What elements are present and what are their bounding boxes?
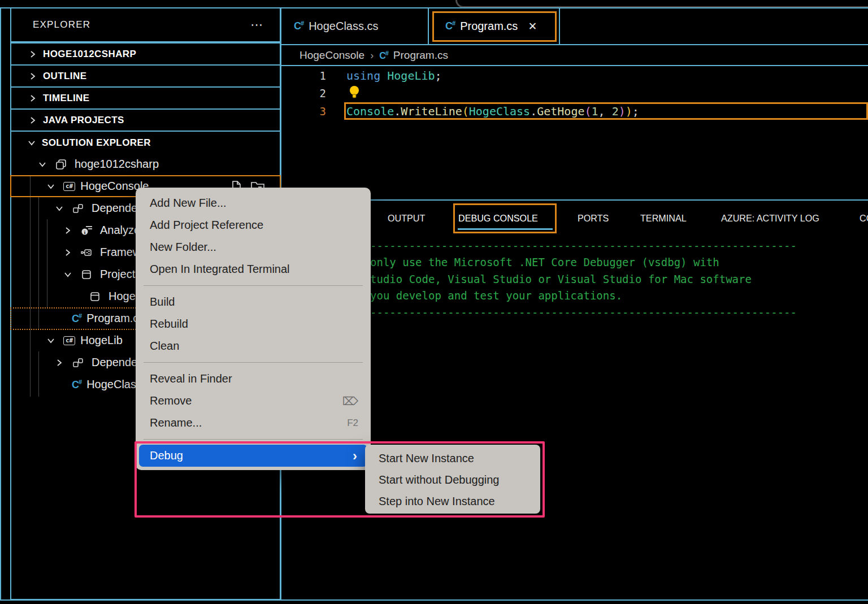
menu-item-reveal-in-finder[interactable]: Reveal in Finder bbox=[136, 368, 371, 390]
menu-item-add-new-file-[interactable]: Add New File... bbox=[136, 192, 371, 214]
menu-item-label: Clean bbox=[150, 340, 179, 353]
sidebar-section-timeline[interactable]: TIMELINE bbox=[10, 86, 281, 110]
tree-item-label: hoge1012csharp bbox=[75, 158, 159, 171]
breadcrumb-separator-icon: › bbox=[370, 50, 374, 62]
tab-hogeclass[interactable]: C# HogeClass.cs bbox=[294, 7, 379, 45]
explorer-title: EXPLORER bbox=[33, 19, 90, 31]
breadcrumb-project[interactable]: HogeConsole bbox=[300, 49, 364, 62]
chevron-right-icon[interactable] bbox=[55, 358, 64, 367]
panel-tab-co[interactable]: CO bbox=[860, 213, 868, 224]
explorer-header: EXPLORER ⋯ bbox=[10, 7, 281, 42]
menu-item-remove[interactable]: Remove⌦ bbox=[136, 390, 371, 412]
menu-item-label: Add New File... bbox=[150, 197, 227, 210]
chevron-down-icon[interactable] bbox=[63, 270, 72, 279]
console-divider-line: ----------------------------------------… bbox=[370, 306, 797, 319]
active-tab-highlight bbox=[432, 11, 557, 42]
floating-panel-edge bbox=[455, 0, 868, 8]
menu-shortcut: F2 bbox=[347, 418, 358, 429]
csharp-project-icon: c# bbox=[63, 336, 75, 345]
panel-tab-terminal[interactable]: TERMINAL bbox=[640, 213, 687, 224]
line-number: 3 bbox=[281, 105, 326, 118]
menu-item-label: New Folder... bbox=[150, 241, 216, 254]
menu-item-clean[interactable]: Clean bbox=[136, 335, 371, 357]
section-label: HOGE1012CSHARP bbox=[43, 49, 136, 60]
menu-item-label: Remove bbox=[150, 394, 192, 407]
chevron-down-icon bbox=[27, 138, 36, 147]
chevron-right-icon bbox=[28, 94, 37, 103]
menu-item-rebuild[interactable]: Rebuild bbox=[136, 313, 371, 335]
tab-label: HogeClass.cs bbox=[309, 20, 378, 33]
menu-separator bbox=[144, 439, 363, 440]
context-menu: Add New File...Add Project ReferenceNew … bbox=[136, 188, 371, 470]
chevron-right-icon bbox=[28, 116, 37, 125]
console-text-line: you develop and test your applications. bbox=[370, 289, 622, 302]
breadcrumb-file[interactable]: Program.cs bbox=[393, 49, 448, 62]
code-line-2[interactable]: 2 bbox=[281, 85, 868, 102]
csharp-file-icon: C# bbox=[379, 50, 389, 61]
console-text-line: only use the Microsoft .NET Core Debugge… bbox=[370, 256, 719, 268]
menu-item-label: Reveal in Finder bbox=[150, 372, 232, 385]
breadcrumb[interactable]: HogeConsole › C# Program.cs bbox=[281, 46, 868, 65]
line-number: 1 bbox=[281, 69, 326, 82]
csharp-file-icon: C# bbox=[294, 20, 304, 32]
annotation-highlight-rect bbox=[134, 441, 545, 518]
sidebar-section-hoge1012csharp[interactable]: HOGE1012CSHARP bbox=[10, 42, 281, 66]
line-number: 2 bbox=[281, 87, 326, 99]
solution-icon bbox=[55, 159, 70, 170]
console-text-line: tudio Code, Visual Studio or Visual Stud… bbox=[370, 273, 752, 285]
menu-item-build[interactable]: Build bbox=[136, 291, 371, 313]
menu-item-new-folder-[interactable]: New Folder... bbox=[136, 236, 371, 258]
solution-explorer-header[interactable]: SOLUTION EXPLORER bbox=[10, 132, 281, 154]
section-label: JAVA PROJECTS bbox=[43, 115, 124, 126]
panel-tab-output[interactable]: OUTPUT bbox=[388, 213, 425, 224]
section-label: TIMELINE bbox=[43, 93, 90, 104]
package-icon bbox=[80, 269, 95, 280]
menu-separator bbox=[144, 285, 363, 286]
chevron-down-icon[interactable] bbox=[38, 160, 47, 169]
menu-item-rename-[interactable]: Rename...F2 bbox=[136, 412, 371, 434]
console-divider-line: ----------------------------------------… bbox=[370, 240, 797, 252]
dependencies-icon bbox=[72, 357, 86, 368]
code-line-1[interactable]: 1using HogeLib; bbox=[281, 67, 868, 84]
tree-item-hoge1012csharp[interactable]: hoge1012csharp bbox=[10, 153, 281, 175]
section-label: OUTLINE bbox=[43, 71, 86, 82]
active-panel-tab-underline bbox=[458, 228, 553, 230]
tree-item-label: HogeLib bbox=[80, 334, 123, 347]
sidebar-section-outline[interactable]: OUTLINE bbox=[10, 64, 281, 88]
delete-shortcut-icon: ⌦ bbox=[342, 394, 358, 408]
csharp-file-icon: C# bbox=[72, 379, 82, 391]
menu-item-label: Rename... bbox=[150, 416, 202, 429]
chevron-right-icon bbox=[28, 72, 37, 81]
annotation-line-breadcrumb-bottom bbox=[281, 65, 868, 66]
menu-item-label: Add Project Reference bbox=[150, 219, 263, 232]
annotation-line-tab-divider bbox=[428, 7, 429, 45]
menu-item-label: Build bbox=[150, 296, 175, 308]
annotation-line-left-edge bbox=[0, 7, 1, 601]
frameworks-icon bbox=[80, 247, 95, 258]
more-actions-icon[interactable]: ⋯ bbox=[250, 22, 264, 28]
panel-tab-ports[interactable]: PORTS bbox=[578, 213, 609, 224]
code-text: using HogeLib; bbox=[326, 69, 442, 82]
vscode-window: EXPLORER ⋯ HOGE1012CSHARPOUTLINETIMELINE… bbox=[0, 0, 868, 604]
menu-item-label: Rebuild bbox=[150, 318, 188, 331]
tree-item-label: Projects bbox=[100, 268, 141, 281]
panel-tab-debug-console[interactable]: DEBUG CONSOLE bbox=[458, 213, 538, 224]
menu-separator bbox=[144, 362, 363, 363]
dependencies-icon bbox=[72, 203, 86, 214]
chevron-right-icon bbox=[28, 50, 37, 59]
chevron-right-icon[interactable] bbox=[63, 248, 72, 257]
chevron-right-icon[interactable] bbox=[63, 226, 72, 235]
analyzers-icon: i bbox=[80, 225, 95, 236]
menu-item-label: Open In Integrated Terminal bbox=[150, 263, 290, 276]
sidebar-section-java-projects[interactable]: JAVA PROJECTS bbox=[10, 108, 281, 132]
menu-item-add-project-reference[interactable]: Add Project Reference bbox=[136, 214, 371, 236]
solution-explorer-title: SOLUTION EXPLORER bbox=[42, 137, 151, 149]
panel-tab-azure-activity-log[interactable]: AZURE: ACTIVITY LOG bbox=[721, 213, 819, 224]
chevron-down-icon[interactable] bbox=[55, 204, 64, 213]
menu-item-open-in-integrated-terminal[interactable]: Open In Integrated Terminal bbox=[136, 258, 371, 280]
annotation-line-tab-divider-2 bbox=[559, 7, 560, 45]
active-line-highlight bbox=[344, 102, 868, 120]
lightbulb-icon[interactable] bbox=[349, 85, 360, 102]
package-icon bbox=[89, 291, 103, 302]
chevron-down-icon[interactable] bbox=[46, 336, 55, 345]
